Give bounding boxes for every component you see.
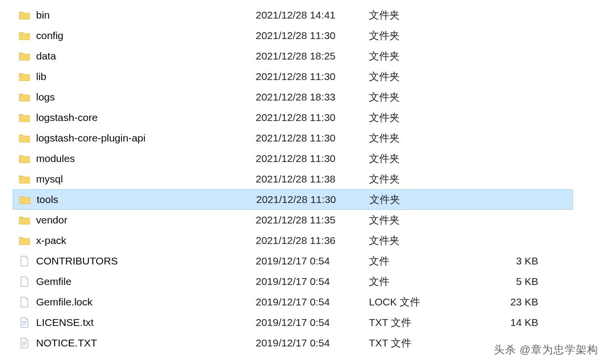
file-row[interactable]: LICENSE.txt2019/12/17 0:54TXT 文件14 KB: [0, 312, 609, 333]
file-type-cell: 文件夹: [369, 49, 462, 63]
file-name-cell[interactable]: logstash-core-plugin-api: [18, 131, 256, 145]
folder-icon: [18, 90, 31, 104]
file-size-cell: 5 KB: [462, 276, 542, 287]
file-name-cell[interactable]: modules: [18, 152, 256, 165]
file-name-cell[interactable]: Gemfile.lock: [18, 295, 256, 309]
file-date-cell: 2021/12/28 11:36: [256, 235, 369, 246]
file-name-cell[interactable]: lib: [18, 70, 256, 83]
file-row[interactable]: lib2021/12/28 11:30文件夹: [0, 66, 609, 87]
folder-icon: [18, 29, 31, 42]
file-name-label: logstash-core: [36, 112, 98, 123]
file-size-cell: 23 KB: [462, 296, 542, 308]
file-name-cell[interactable]: Gemfile: [18, 275, 256, 288]
file-type-cell: TXT 文件: [369, 336, 462, 350]
file-icon: [18, 254, 31, 268]
file-name-cell[interactable]: NOTICE.TXT: [18, 336, 256, 350]
file-row[interactable]: logstash-core2021/12/28 11:30文件夹: [0, 107, 609, 128]
file-name-label: LICENSE.txt: [36, 317, 94, 328]
file-row[interactable]: modules2021/12/28 11:30文件夹: [0, 148, 609, 169]
file-type-cell: 文件夹: [369, 8, 462, 22]
file-type-cell: 文件夹: [369, 172, 462, 186]
file-date-cell: 2019/12/17 0:54: [256, 317, 369, 328]
file-row[interactable]: logs2021/12/28 18:33文件夹: [0, 87, 609, 107]
file-name-cell[interactable]: LICENSE.txt: [18, 316, 256, 329]
file-name-label: NOTICE.TXT: [36, 337, 97, 349]
file-date-cell: 2021/12/28 11:30: [256, 112, 369, 123]
file-name-cell[interactable]: config: [18, 29, 256, 42]
file-date-cell: 2019/12/17 0:54: [256, 296, 369, 308]
file-row[interactable]: mysql2021/12/28 11:38文件夹: [0, 169, 609, 189]
file-row[interactable]: vendor2021/12/28 11:35文件夹: [0, 210, 609, 230]
file-row[interactable]: data2021/12/28 18:25文件夹: [0, 46, 609, 66]
folder-icon: [18, 70, 31, 83]
file-name-cell[interactable]: vendor: [18, 213, 256, 227]
folder-icon: [18, 152, 31, 165]
file-name-label: data: [36, 50, 56, 62]
folder-icon: [18, 213, 31, 227]
file-type-cell: LOCK 文件: [369, 295, 462, 309]
file-type-cell: 文件: [369, 275, 462, 288]
file-row[interactable]: logstash-core-plugin-api2021/12/28 11:30…: [0, 128, 609, 148]
file-list: bin2021/12/28 14:41文件夹 config2021/12/28 …: [0, 0, 609, 353]
folder-icon: [18, 49, 31, 63]
file-type-cell: 文件夹: [369, 29, 462, 42]
file-type-cell: 文件夹: [369, 111, 462, 124]
file-name-cell[interactable]: data: [18, 49, 256, 63]
file-type-cell: 文件夹: [369, 193, 462, 206]
file-row[interactable]: config2021/12/28 11:30文件夹: [0, 25, 609, 46]
file-type-cell: 文件夹: [369, 234, 462, 247]
file-date-cell: 2021/12/28 18:33: [256, 91, 369, 103]
file-name-label: lib: [36, 71, 46, 82]
folder-icon: [18, 193, 32, 206]
file-date-cell: 2019/12/17 0:54: [256, 276, 369, 287]
file-type-cell: 文件: [369, 254, 462, 268]
folder-icon: [18, 8, 31, 22]
file-name-cell[interactable]: logs: [18, 90, 256, 104]
file-row[interactable]: CONTRIBUTORS2019/12/17 0:54文件3 KB: [0, 251, 609, 271]
file-name-label: Gemfile: [36, 276, 71, 287]
file-date-cell: 2021/12/28 11:38: [256, 173, 369, 185]
file-row[interactable]: Gemfile.lock2019/12/17 0:54LOCK 文件23 KB: [0, 292, 609, 312]
file-size-cell: 14 KB: [462, 317, 542, 328]
file-name-label: logs: [36, 91, 55, 103]
file-date-cell: 2019/12/17 0:54: [256, 255, 369, 267]
file-type-cell: TXT 文件: [369, 316, 462, 329]
file-type-cell: 文件夹: [369, 152, 462, 165]
file-date-cell: 2021/12/28 14:41: [256, 9, 369, 21]
file-type-cell: 文件夹: [369, 70, 462, 83]
file-name-label: config: [36, 30, 63, 41]
file-name-cell[interactable]: tools: [18, 193, 256, 206]
file-date-cell: 2021/12/28 11:30: [256, 194, 369, 205]
watermark-text: 头杀 @章为忠学架构: [492, 343, 600, 357]
file-name-label: modules: [36, 153, 75, 164]
folder-icon: [18, 111, 31, 124]
file-date-cell: 2021/12/28 11:30: [256, 30, 369, 41]
file-name-cell[interactable]: CONTRIBUTORS: [18, 254, 256, 268]
file-name-cell[interactable]: mysql: [18, 172, 256, 186]
file-icon: [18, 275, 31, 288]
file-name-label: CONTRIBUTORS: [36, 255, 118, 267]
file-icon: [18, 295, 31, 309]
file-date-cell: 2021/12/28 11:35: [256, 214, 369, 226]
folder-icon: [18, 131, 31, 145]
file-row[interactable]: tools2021/12/28 11:30文件夹: [13, 189, 573, 210]
txt-icon: [18, 336, 31, 350]
file-date-cell: 2021/12/28 11:30: [256, 153, 369, 164]
file-name-cell[interactable]: x-pack: [18, 234, 256, 247]
file-date-cell: 2021/12/28 11:30: [256, 71, 369, 82]
file-row[interactable]: bin2021/12/28 14:41文件夹: [0, 5, 609, 25]
file-name-label: vendor: [36, 214, 67, 226]
file-date-cell: 2019/12/17 0:54: [256, 337, 369, 349]
file-type-cell: 文件夹: [369, 90, 462, 104]
file-name-cell[interactable]: bin: [18, 8, 256, 22]
file-name-label: mysql: [36, 173, 63, 185]
file-name-cell[interactable]: logstash-core: [18, 111, 256, 124]
file-date-cell: 2021/12/28 11:30: [256, 132, 369, 144]
file-size-cell: 3 KB: [462, 255, 542, 267]
file-name-label: logstash-core-plugin-api: [36, 132, 145, 144]
txt-icon: [18, 316, 31, 329]
file-row[interactable]: x-pack2021/12/28 11:36文件夹: [0, 230, 609, 251]
file-name-label: x-pack: [36, 235, 66, 246]
file-name-label: bin: [36, 9, 50, 21]
file-row[interactable]: Gemfile2019/12/17 0:54文件5 KB: [0, 271, 609, 292]
